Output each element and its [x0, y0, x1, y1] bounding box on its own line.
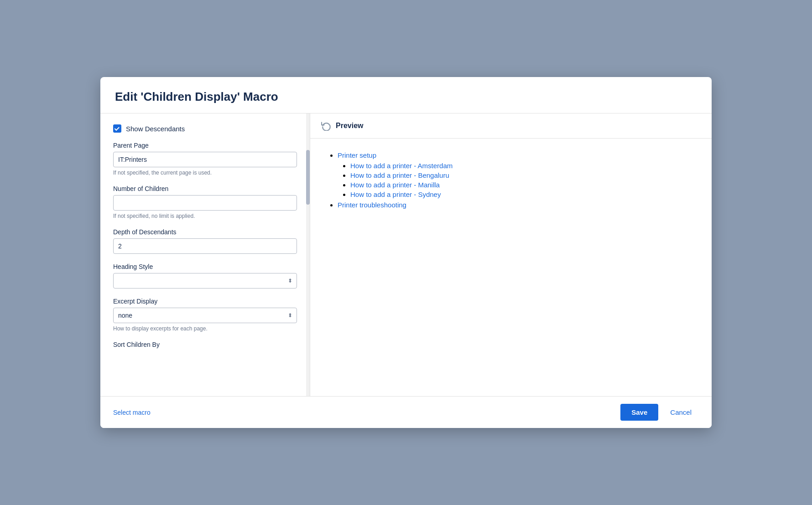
list-item: How to add a printer - Sydney: [350, 191, 695, 198]
bengaluru-link[interactable]: How to add a printer - Bengaluru: [350, 171, 449, 179]
number-of-children-group: Number of Children If not specified, no …: [113, 185, 297, 219]
amsterdam-link[interactable]: How to add a printer - Amsterdam: [350, 162, 453, 170]
preview-header: Preview: [310, 113, 712, 139]
preview-title: Preview: [336, 122, 363, 130]
parent-page-hint: If not specified, the current page is us…: [113, 170, 297, 176]
list-item: How to add a printer - Amsterdam: [350, 162, 695, 170]
save-button[interactable]: Save: [620, 404, 658, 421]
heading-style-group: Heading Style H1 H2 H3: [113, 263, 297, 289]
sort-children-group: Sort Children By: [113, 341, 297, 348]
sort-children-label: Sort Children By: [113, 341, 297, 348]
right-panel: Preview Printer setup How to add a print…: [310, 113, 712, 396]
depth-of-descendants-label: Depth of Descendants: [113, 228, 297, 236]
dialog-title: Edit 'Children Display' Macro: [115, 90, 697, 104]
list-item: How to add a printer - Bengaluru: [350, 171, 695, 179]
refresh-icon: [321, 121, 331, 131]
depth-of-descendants-input[interactable]: [113, 238, 297, 254]
nested-list: How to add a printer - Amsterdam How to …: [338, 162, 695, 198]
excerpt-display-label: Excerpt Display: [113, 298, 297, 305]
excerpt-display-group: Excerpt Display none simple rich How to …: [113, 298, 297, 332]
sydney-link[interactable]: How to add a printer - Sydney: [350, 191, 441, 198]
parent-page-label: Parent Page: [113, 142, 297, 149]
select-macro-link[interactable]: Select macro: [113, 409, 151, 416]
printer-troubleshooting-link[interactable]: Printer troubleshooting: [338, 201, 406, 209]
edit-macro-dialog: Edit 'Children Display' Macro Show Desce…: [100, 77, 712, 428]
show-descendants-checkbox[interactable]: [113, 124, 121, 133]
preview-content: Printer setup How to add a printer - Ams…: [310, 139, 712, 396]
heading-style-select[interactable]: H1 H2 H3: [113, 273, 297, 289]
list-item: Printer setup How to add a printer - Ams…: [338, 151, 695, 198]
printer-setup-link[interactable]: Printer setup: [338, 151, 376, 159]
parent-page-input[interactable]: [113, 152, 297, 167]
scrollbar-thumb[interactable]: [306, 150, 310, 205]
depth-of-descendants-group: Depth of Descendants: [113, 228, 297, 254]
show-descendants-row: Show Descendants: [113, 124, 297, 133]
list-item: How to add a printer - Manilla: [350, 181, 695, 189]
number-of-children-hint: If not specified, no limit is applied.: [113, 213, 297, 219]
footer-actions: Save Cancel: [620, 404, 699, 421]
left-panel: Show Descendants Parent Page If not spec…: [100, 113, 310, 396]
manilla-link[interactable]: How to add a printer - Manilla: [350, 181, 440, 189]
cancel-button[interactable]: Cancel: [663, 404, 699, 421]
dialog-header: Edit 'Children Display' Macro: [100, 77, 712, 113]
excerpt-display-select[interactable]: none simple rich: [113, 308, 297, 323]
parent-page-group: Parent Page If not specified, the curren…: [113, 142, 297, 176]
excerpt-display-hint: How to display excerpts for each page.: [113, 325, 297, 332]
excerpt-display-select-wrapper: none simple rich: [113, 308, 297, 323]
list-item: Printer troubleshooting: [338, 201, 695, 209]
heading-style-select-wrapper: H1 H2 H3: [113, 273, 297, 289]
heading-style-label: Heading Style: [113, 263, 297, 270]
scrollbar-track[interactable]: [306, 113, 310, 396]
number-of-children-input[interactable]: [113, 195, 297, 211]
show-descendants-label: Show Descendants: [126, 125, 185, 133]
preview-list: Printer setup How to add a printer - Ams…: [327, 151, 695, 209]
dialog-body: Show Descendants Parent Page If not spec…: [100, 113, 712, 396]
dialog-footer: Select macro Save Cancel: [100, 396, 712, 428]
number-of-children-label: Number of Children: [113, 185, 297, 192]
